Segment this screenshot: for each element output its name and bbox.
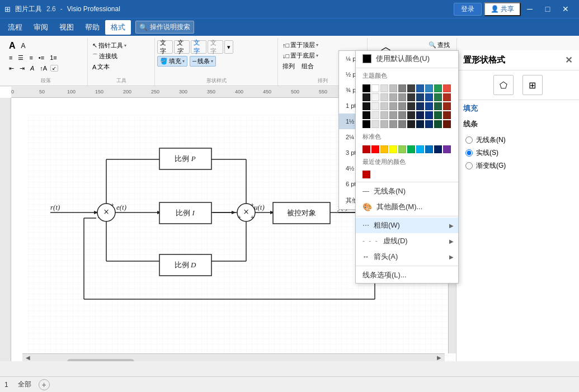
color-swatch[interactable] — [443, 84, 451, 92]
combine-btn[interactable]: 组合 — [299, 62, 316, 71]
text-style-2[interactable]: 文字 — [174, 40, 190, 54]
color-swatch[interactable] — [443, 102, 451, 110]
color-swatch[interactable] — [389, 111, 397, 119]
color-swatch[interactable] — [425, 102, 433, 110]
color-swatch[interactable] — [398, 93, 406, 101]
color-swatch[interactable] — [363, 102, 370, 110]
connect-tool-btn[interactable]: ⌒ 连接线 — [90, 51, 129, 61]
maximize-button[interactable]: □ — [539, 1, 557, 17]
color-swatch[interactable] — [416, 145, 424, 153]
search-box-menu[interactable]: 🔍 操作说明搜索 — [135, 21, 194, 34]
pointer-tool-btn[interactable]: ↖ 指针工具 ▾ — [90, 41, 129, 50]
more-colors-item[interactable]: 🎨 其他颜色(M)... — [356, 199, 458, 215]
color-swatch[interactable] — [443, 145, 451, 153]
color-swatch[interactable] — [363, 93, 370, 101]
align-left[interactable]: ≡ — [7, 54, 15, 62]
color-swatch[interactable] — [425, 120, 433, 128]
line-btn[interactable]: ─ 线条 ▾ — [190, 56, 216, 67]
recent-color-swatch[interactable] — [363, 171, 370, 178]
close-button[interactable]: ✕ — [557, 1, 575, 17]
color-swatch[interactable] — [371, 84, 379, 92]
fill-btn[interactable]: 🪣 填充 ▾ — [157, 56, 187, 67]
color-swatch[interactable] — [371, 102, 379, 110]
color-swatch[interactable] — [371, 120, 379, 128]
color-swatch[interactable] — [380, 84, 388, 92]
list-bullet[interactable]: •≡ — [36, 54, 46, 62]
arrow-item[interactable]: ↔ 箭头(A) — [356, 249, 458, 265]
add-tab-button[interactable]: + — [39, 379, 50, 390]
align-right[interactable]: ≡ — [27, 54, 35, 62]
color-swatch[interactable] — [380, 145, 388, 153]
bottom-layer-btn[interactable]: ↓□ 置于底层 ▾ — [280, 51, 321, 60]
indent-less[interactable]: ⇤ — [7, 64, 16, 73]
text-style-3[interactable]: 文字 — [191, 40, 206, 54]
color-swatch[interactable] — [363, 120, 370, 128]
menu-item-help[interactable]: 帮助 — [79, 20, 105, 35]
minimize-button[interactable]: ─ — [521, 1, 539, 17]
color-swatch[interactable] — [407, 102, 415, 110]
menu-item-view[interactable]: 视图 — [54, 20, 79, 35]
solid-line-radio[interactable]: 实线(S) — [465, 147, 570, 159]
horizontal-scrollbar[interactable]: ◀ ▶ — [22, 353, 445, 361]
paragraph-expand[interactable]: ↙ — [50, 65, 58, 72]
no-line-radio[interactable]: 无线条(N) — [465, 134, 570, 147]
scroll-left-arrow[interactable]: ◀ — [22, 354, 34, 362]
share-button[interactable]: 👤 共享 — [484, 2, 521, 16]
color-swatch[interactable] — [380, 120, 388, 128]
text-style-1[interactable]: 文字 — [157, 40, 173, 54]
text-style-4[interactable]: 文字 — [208, 40, 223, 54]
font-size-decrease[interactable]: A — [19, 41, 28, 50]
color-swatch[interactable] — [416, 84, 424, 92]
top-layer-btn[interactable]: ↑□ 置于顶层 ▾ — [280, 40, 321, 50]
color-swatch[interactable] — [389, 102, 397, 110]
color-swatch[interactable] — [398, 111, 406, 119]
color-swatch[interactable] — [416, 120, 424, 128]
color-swatch[interactable] — [407, 111, 415, 119]
color-swatch[interactable] — [380, 93, 388, 101]
align-center[interactable]: ☰ — [16, 54, 26, 62]
dash-item[interactable]: - - - 虚线(D) — [356, 233, 458, 249]
color-swatch[interactable] — [371, 111, 379, 119]
color-swatch[interactable] — [363, 145, 370, 153]
menu-item-format[interactable]: 格式 — [105, 20, 131, 35]
color-swatch[interactable] — [407, 84, 415, 92]
arrange-btn[interactable]: 排列 — [280, 62, 297, 71]
color-swatch[interactable] — [425, 84, 433, 92]
color-swatch[interactable] — [416, 111, 424, 119]
scroll-right-arrow[interactable]: ▶ — [434, 354, 445, 362]
thick-item[interactable]: ⋯ 粗细(W) — [356, 218, 458, 233]
all-tab[interactable]: 全部 — [11, 377, 39, 392]
color-swatch[interactable] — [443, 93, 451, 101]
color-swatch[interactable] — [371, 93, 379, 101]
color-swatch[interactable] — [380, 102, 388, 110]
color-swatch[interactable] — [443, 120, 451, 128]
color-swatch[interactable] — [407, 93, 415, 101]
color-swatch[interactable] — [398, 120, 406, 128]
line-options-item[interactable]: 线条选项(L)... — [356, 267, 458, 283]
color-swatch[interactable] — [398, 102, 406, 110]
color-swatch[interactable] — [434, 111, 442, 119]
color-swatch[interactable] — [425, 111, 433, 119]
color-swatch[interactable] — [407, 120, 415, 128]
color-swatch[interactable] — [398, 145, 406, 153]
color-swatch[interactable] — [363, 111, 370, 119]
color-swatch[interactable] — [434, 145, 442, 153]
font-size-increase[interactable]: A — [7, 40, 18, 51]
color-swatch[interactable] — [434, 93, 442, 101]
format-increase[interactable]: ↑A — [37, 64, 49, 72]
no-line-item[interactable]: ╌╌ 无线条(N) — [356, 183, 458, 199]
scroll-thumb-h[interactable] — [67, 359, 134, 362]
color-swatch[interactable] — [434, 120, 442, 128]
color-swatch[interactable] — [389, 84, 397, 92]
gradient-line-radio[interactable]: 渐变线(G) — [465, 159, 570, 172]
menu-item-process[interactable]: 流程 — [2, 20, 28, 35]
menu-item-review[interactable]: 审阅 — [28, 20, 54, 35]
panel-grid-icon-btn[interactable]: ⊞ — [522, 75, 543, 95]
color-swatch[interactable] — [407, 145, 415, 153]
login-button[interactable]: 登录 — [454, 3, 482, 16]
right-panel-close-btn[interactable]: ✕ — [565, 55, 572, 65]
list-number[interactable]: 1≡ — [48, 54, 59, 62]
find-btn[interactable]: 🔍 查找 — [426, 40, 452, 50]
color-swatch[interactable] — [416, 93, 424, 101]
color-swatch[interactable] — [434, 84, 442, 92]
